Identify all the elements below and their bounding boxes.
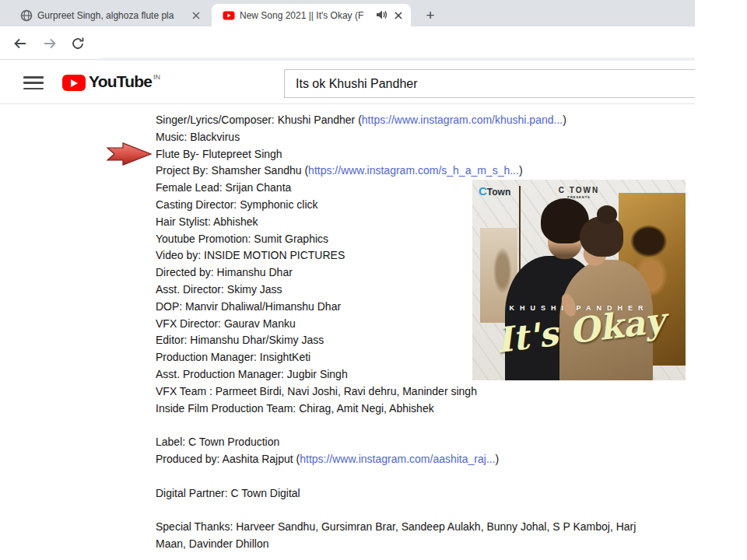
youtube-header: YouTube IN — [0, 61, 695, 104]
description-segment: Female Lead: Srijan Chanta — [156, 181, 291, 194]
tab-title: Gurpreet Singh, alghoza flute pla — [37, 10, 185, 21]
description-line: Inside Film Production Team: Chirag, Ami… — [156, 401, 669, 418]
description-segment: ) — [496, 453, 500, 465]
poster-label-title: C TOWN — [472, 186, 686, 194]
description-line: Produced by: Aashita Rajput (https://www… — [156, 451, 669, 468]
description-segment: Youtube Promotion: Sumit Graphics — [156, 233, 328, 245]
description-segment: Inside Film Production Team: Chirag, Ami… — [156, 402, 434, 415]
poster-woman-bun — [597, 205, 617, 224]
red-arrow-annotation — [106, 142, 156, 166]
description-segment: Asst. Production Manager: Jugbir Singh — [156, 368, 348, 380]
tab-new-song-active[interactable]: New Song 2021 || It's Okay (F — [212, 4, 411, 26]
description-line: Special Thanks: Harveer Sandhu, Gursimra… — [156, 519, 669, 553]
description-line — [156, 417, 669, 434]
audio-playing-icon[interactable] — [377, 9, 388, 23]
description-line: Music: Blackvirus — [156, 129, 669, 146]
description-segment: Editor: Himanshu Dhar/Skimy Jass — [156, 334, 324, 346]
youtube-logo-text: YouTube — [89, 72, 152, 91]
search-box[interactable] — [284, 69, 695, 98]
instagram-link[interactable]: https://www.instagram.com/aashita_raj... — [300, 453, 495, 465]
description-line: VFX Team : Parmeet Birdi, Navi Joshi, Ra… — [156, 383, 669, 401]
description-segment: Project By: Shamsher Sandhu ( — [156, 164, 308, 177]
hamburger-menu-icon[interactable] — [23, 76, 44, 89]
youtube-favicon-icon — [223, 9, 235, 22]
description-segment: ) — [519, 164, 523, 177]
browser-window: Gurpreet Singh, alghoza flute pla New So… — [0, 0, 695, 560]
description-segment: Music: Blackvirus — [156, 131, 240, 143]
description-segment: DOP: Manvir Dhaliwal/Himanshu Dhar — [156, 300, 341, 313]
page-content: Singer/Lyrics/Composer: Khushi Pandher (… — [0, 105, 695, 560]
description-segment: Production Manager: InsightKeti — [156, 351, 310, 363]
description-segment: VFX Team : Parmeet Birdi, Navi Joshi, Ra… — [156, 385, 477, 397]
description-line — [156, 502, 669, 519]
browser-toolbar: youtube.com/watch?v=y8W3pIsQAGQ — [0, 26, 695, 60]
poster-presents: C TOWN PRESENTS — [472, 186, 686, 199]
region-badge: IN — [153, 73, 160, 81]
globe-icon — [20, 9, 33, 22]
description-segment: Video by: INSIDE MOTION PICTURES — [156, 249, 345, 261]
description-segment: Singer/Lyrics/Composer: Khushi Pandher ( — [156, 114, 362, 126]
description-line: Digital Partner: C Town Digital — [156, 485, 669, 502]
description-segment: Flute By- Flutepreet Singh — [156, 148, 282, 160]
forward-button[interactable] — [39, 33, 61, 54]
description-line: Flute By- Flutepreet Singh — [156, 146, 669, 163]
youtube-play-icon — [62, 75, 86, 91]
close-icon[interactable] — [392, 9, 405, 22]
description-segment: Special Thanks: Harveer Sandhu, Gursimra… — [156, 520, 636, 550]
description-segment: Directed by: Himanshu Dhar — [156, 266, 293, 278]
description-line: Label: C Town Production — [156, 434, 669, 451]
tab-strip: Gurpreet Singh, alghoza flute pla New So… — [0, 0, 695, 26]
description-segment: Asst. Director: Skimy Jass — [156, 283, 282, 296]
description-line: Singer/Lyrics/Composer: Khushi Pandher (… — [156, 112, 669, 129]
tab-title: New Song 2021 || It's Okay (F — [240, 10, 372, 21]
instagram-link[interactable]: https://www.instagram.com/khushi.pand... — [362, 114, 563, 126]
description-segment: Produced by: Aashita Rajput ( — [156, 453, 300, 465]
description-segment: ) — [563, 114, 566, 126]
reload-button[interactable] — [67, 33, 89, 54]
poster-label-sub: PRESENTS — [472, 195, 686, 199]
close-icon[interactable] — [190, 9, 202, 22]
new-tab-button[interactable]: + — [420, 5, 440, 26]
instagram-link[interactable]: https://www.instagram.com/s_h_a_m_s_h... — [308, 164, 519, 177]
back-button[interactable] — [9, 33, 31, 54]
youtube-logo[interactable]: YouTube IN — [62, 72, 160, 91]
description-line — [156, 468, 669, 485]
description-segment: Label: C Town Production — [156, 436, 279, 448]
search-input[interactable] — [296, 77, 695, 91]
tab-gurpreet-singh[interactable]: Gurpreet Singh, alghoza flute pla — [9, 4, 209, 26]
description-segment: VFX Director: Gaurav Manku — [156, 317, 296, 330]
description-segment: Digital Partner: C Town Digital — [156, 487, 300, 499]
description-line: Project By: Shamsher Sandhu (https://www… — [156, 163, 669, 180]
album-poster[interactable]: CTown C TOWN PRESENTS KHUSHI PANDHER It'… — [472, 180, 686, 380]
description-segment: Casting Director: Symphonic click — [156, 198, 318, 211]
description-segment: Hair Stylist: Abhishek — [156, 215, 258, 228]
